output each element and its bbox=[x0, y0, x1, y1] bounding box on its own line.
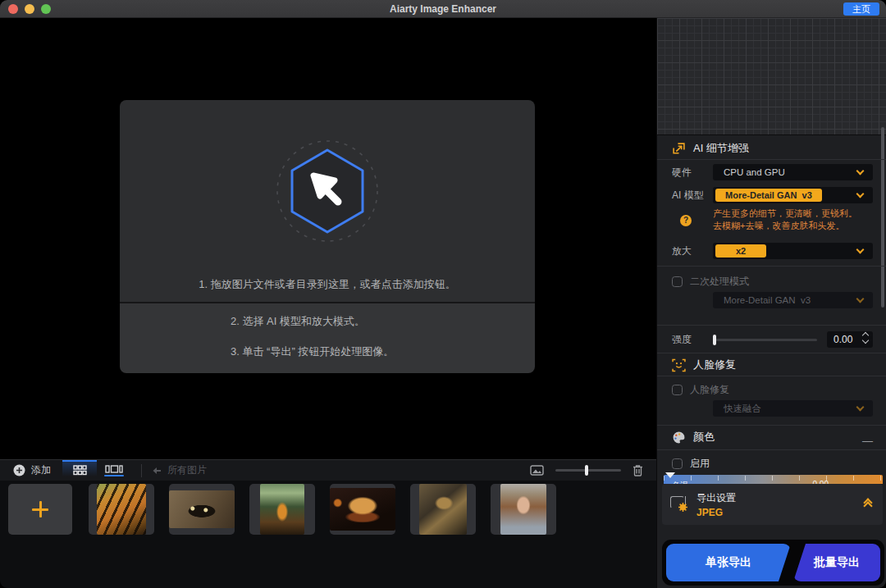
hint-line-1: 产生更多的细节，更清晰，更锐利。 bbox=[713, 207, 873, 220]
export-settings-panel[interactable]: 导出设置 JPEG bbox=[662, 484, 883, 525]
title-bar: Aiarty Image Enhancer 主页 bbox=[0, 0, 886, 18]
thumbnail-girl-portrait[interactable] bbox=[491, 484, 556, 535]
palette-icon bbox=[672, 431, 686, 444]
girl-portrait-photo bbox=[500, 484, 546, 535]
face-repair-checkbox[interactable] bbox=[672, 385, 683, 395]
tiger-photo bbox=[97, 484, 146, 535]
home-button[interactable]: 主页 bbox=[843, 2, 879, 16]
hardware-value: CPU and GPU bbox=[715, 167, 785, 177]
secondary-mode-label: 二次处理模式 bbox=[690, 275, 749, 289]
strength-label: 强度 bbox=[672, 333, 713, 347]
strength-value: 0.00 bbox=[827, 334, 852, 345]
thumbnail-butterfly[interactable] bbox=[169, 484, 235, 535]
single-export-button[interactable]: 单张导出 bbox=[666, 544, 791, 581]
gear-icon bbox=[678, 502, 688, 513]
divider bbox=[657, 425, 886, 426]
window-title: Aiarty Image Enhancer bbox=[0, 3, 886, 15]
butterfly-photo bbox=[169, 490, 235, 528]
divider bbox=[657, 353, 886, 353]
strength-row: 强度 0.00 bbox=[672, 331, 873, 348]
thumbnail-jar-terrarium[interactable] bbox=[249, 484, 315, 535]
preview-canvas: 1. 拖放图片文件或者目录到这里，或者点击添加按钮。 2. 选择 AI 模型和放… bbox=[0, 18, 656, 459]
thumbnail-size-slider[interactable] bbox=[555, 469, 621, 472]
face-mode-dropdown[interactable]: 快速融合 bbox=[713, 400, 873, 417]
model-hint-text: 产生更多的细节，更清晰，更锐利。 去模糊+去噪，改善皮肤和头发。 bbox=[713, 207, 873, 232]
stepper-icon[interactable] bbox=[863, 333, 868, 343]
face-repair-row: 人脸修复 bbox=[672, 382, 873, 397]
scale-value-pill: x2 bbox=[715, 244, 766, 258]
settings-sidebar: AI 细节增强 硬件 CPU and GPU AI 模型 More-Detail… bbox=[656, 18, 886, 588]
hardware-row: 硬件 CPU and GPU bbox=[672, 164, 873, 180]
thumbnail-steampunk-dog[interactable] bbox=[410, 484, 476, 535]
color-enable-checkbox[interactable] bbox=[672, 458, 683, 469]
scale-row: 放大 x2 bbox=[672, 243, 873, 259]
dropzone-panel[interactable]: 1. 拖放图片文件或者目录到这里，或者点击添加按钮。 2. 选择 AI 模型和放… bbox=[120, 100, 535, 373]
face-repair-icon bbox=[672, 358, 686, 372]
divider bbox=[657, 449, 886, 450]
toolbar-divider bbox=[141, 464, 142, 477]
scale-dropdown[interactable]: x2 bbox=[713, 243, 873, 259]
chevron-down-icon bbox=[856, 167, 865, 175]
strip-view-active-indicator bbox=[104, 475, 124, 476]
color-enable-row: 启用 bbox=[672, 456, 873, 471]
minimize-button[interactable] bbox=[25, 4, 34, 14]
section-ai-detail: AI 细节增强 bbox=[672, 141, 749, 156]
plus-icon bbox=[32, 501, 48, 517]
secondary-model-dropdown[interactable]: More-Detail GAN v3 bbox=[713, 292, 873, 308]
strength-value-box[interactable]: 0.00 bbox=[827, 331, 873, 348]
help-icon[interactable]: ? bbox=[680, 215, 692, 226]
add-image-tile[interactable] bbox=[8, 484, 72, 535]
thumbnail-tiger[interactable] bbox=[89, 484, 154, 535]
secondary-mode-checkbox[interactable] bbox=[672, 276, 683, 287]
section-title: 人脸修复 bbox=[693, 358, 736, 372]
thumbnail-burger[interactable] bbox=[330, 484, 395, 535]
color-temperature-slider[interactable]: 色温 0.00 bbox=[664, 472, 883, 484]
dropzone-top: 1. 拖放图片文件或者目录到这里，或者点击添加按钮。 bbox=[120, 100, 535, 302]
model-dropdown[interactable]: More-Detail GAN v3 bbox=[713, 187, 873, 203]
temperature-marker[interactable] bbox=[665, 472, 675, 478]
collapse-section-button[interactable]: — bbox=[862, 435, 873, 447]
navigator-grid bbox=[657, 18, 886, 135]
jar-terrarium-photo bbox=[260, 484, 304, 535]
strength-slider-handle[interactable] bbox=[713, 335, 716, 345]
strip-view-icon bbox=[105, 465, 123, 473]
hardware-dropdown[interactable]: CPU and GPU bbox=[713, 164, 873, 180]
chevron-down-icon bbox=[856, 295, 865, 303]
trash-icon[interactable] bbox=[633, 464, 643, 476]
grid-view-icon bbox=[73, 465, 87, 476]
divider bbox=[657, 159, 886, 160]
tab-strip-view[interactable] bbox=[97, 460, 131, 481]
all-images-button[interactable]: 所有图片 bbox=[152, 463, 207, 477]
collapse-panel-icon[interactable] bbox=[865, 499, 871, 509]
secondary-mode-row: 二次处理模式 bbox=[672, 274, 873, 289]
export-actions: 单张导出 批量导出 bbox=[662, 540, 884, 586]
secondary-model-value: More-Detail GAN v3 bbox=[715, 295, 811, 305]
add-button[interactable]: 添加 bbox=[0, 460, 62, 481]
sidebar-scrollbar[interactable] bbox=[881, 127, 884, 308]
section-title: AI 细节增强 bbox=[693, 141, 749, 156]
model-value-pill: More-Detail GAN v3 bbox=[715, 189, 822, 202]
chevron-down-icon bbox=[856, 403, 865, 412]
divider bbox=[657, 266, 886, 267]
scale-label: 放大 bbox=[672, 244, 713, 258]
instruction-step-1: 1. 拖放图片文件或者目录到这里，或者点击添加按钮。 bbox=[120, 277, 535, 292]
divider bbox=[657, 376, 886, 376]
tab-grid-view[interactable] bbox=[62, 460, 97, 481]
all-images-label: 所有图片 bbox=[167, 463, 207, 477]
batch-export-button[interactable]: 批量导出 bbox=[793, 544, 880, 581]
export-format-value: JPEG bbox=[696, 507, 736, 518]
instruction-step-2: 2. 选择 AI 模型和放大模式。 bbox=[231, 314, 365, 329]
close-button[interactable] bbox=[8, 4, 18, 14]
bottom-toolbar: 添加 所有图片 bbox=[0, 459, 656, 481]
chevron-down-icon bbox=[856, 246, 865, 254]
traffic-lights bbox=[8, 0, 51, 18]
thumbnail-size-slider-handle[interactable] bbox=[585, 465, 588, 476]
steampunk-dog-photo bbox=[419, 484, 467, 535]
add-button-label: 添加 bbox=[31, 463, 51, 477]
section-face-repair: 人脸修复 bbox=[672, 358, 736, 372]
back-arrow-icon bbox=[152, 467, 162, 475]
color-enable-label: 启用 bbox=[690, 457, 710, 471]
strength-slider[interactable] bbox=[713, 339, 817, 341]
export-settings-icon bbox=[670, 496, 688, 513]
zoom-button[interactable] bbox=[41, 4, 51, 14]
